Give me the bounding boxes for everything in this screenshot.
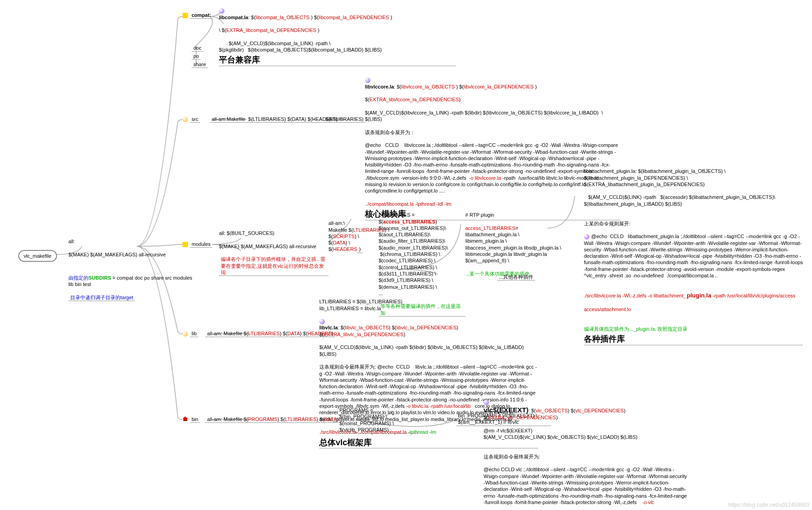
libcompat-block: libcompat.la: $(libcompat_la_OBJECTS ) $… [219, 1, 456, 73]
all-line4: 目录中递归调子目录的target [68, 294, 135, 301]
folder-icon [182, 242, 188, 247]
modules-note: 编译各个子目录下的插件模块，并自定义插...需要在变量中指定,这就是在vlc运行… [219, 256, 328, 276]
src-node[interactable]: src [182, 116, 200, 123]
modules-all: all: $(BUILT_SOURCES) $(MAKE) $(AM_MAKEF… [219, 224, 328, 283]
plugin-block: libattachment_plugin.la: $(libattachment… [584, 161, 803, 352]
lib-allam: all-am: Makefile $(LTLIBRARIES) $(DATA) … [205, 330, 335, 337]
modules-other: ...其他各种插件 [497, 274, 535, 281]
ball-icon [319, 319, 325, 324]
all-line1: all: [68, 238, 196, 245]
all-line2: $(MAKE) $(AM_MAKEFLAGS) all-recursive [68, 251, 196, 258]
watermark: https://blog.csdn.net/u012459903 [729, 502, 809, 508]
bin-node[interactable]: bin [182, 416, 200, 423]
compat-title: 平台兼容库 [219, 55, 456, 66]
libvlccore-block: libvlccore.la: $(libvlccore_la_OBJECTS )… [365, 70, 620, 227]
po-node[interactable]: po [192, 53, 201, 60]
compat-node[interactable]: compat: [182, 12, 213, 19]
share-node[interactable]: share [192, 61, 208, 68]
all-line3: 由指定的SUBDIRS = compat doc po share src mo… [68, 275, 196, 288]
doc-node[interactable]: doc [192, 45, 203, 52]
src-icon [182, 117, 188, 122]
modules-node[interactable]: modules [182, 241, 213, 248]
lib-node[interactable]: lib [182, 330, 198, 337]
bin-programs: PROGRAMS = $(bin_PROGRAMS) \ $(noinst_PR… [338, 407, 419, 433]
root-node[interactable]: vlc_makefile [18, 250, 57, 262]
bin-allam: all-am: Makefile $(PROGRAMS) $(LTLIBRARI… [205, 416, 340, 423]
src-allam: all-am:Makefile $(LTLIBRARIES) $(DATA) $… [210, 116, 340, 123]
ball-icon [584, 234, 589, 239]
folder-icon [182, 13, 188, 18]
ball-icon [219, 8, 224, 14]
ball-icon [484, 400, 489, 405]
plugin-title: 各种插件库 [584, 334, 803, 345]
lib-icon [182, 331, 188, 337]
src-lt: $(LTLIBRARIES) [324, 116, 365, 123]
house-icon [182, 416, 188, 421]
ball-icon [365, 78, 370, 83]
modules-rtp: # RTP plugin access_LTLIBRARIES= libatta… [465, 205, 566, 277]
vlc-block: vlc$(EXEEXT): $(vlc_OBJECTS) $(vlc_DEPEN… [484, 392, 689, 510]
all-block: all: $(MAKE) $(AM_MAKEFLAGS) all-recursi… [68, 232, 196, 301]
